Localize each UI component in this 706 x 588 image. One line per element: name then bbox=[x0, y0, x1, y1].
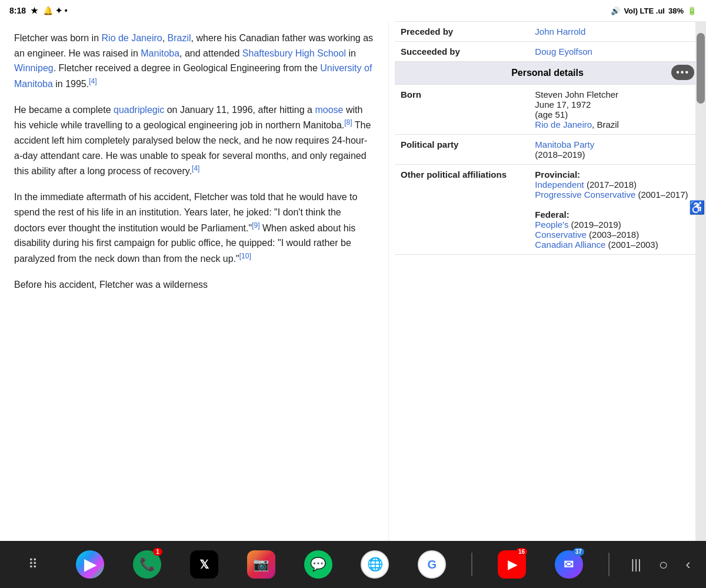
party-value: Manitoba Party (2018–2019) bbox=[529, 135, 700, 165]
party-years: (2018–2019) bbox=[535, 150, 585, 160]
info-panel: Preceded by John Harrold Succeeded by Do… bbox=[388, 21, 706, 541]
party-row: Political party Manitoba Party (2018–201… bbox=[395, 135, 700, 165]
succeeded-value: Doug Eyolfson bbox=[529, 42, 700, 62]
affiliations-value: Provincial: Independent (2017–2018) Prog… bbox=[529, 165, 700, 255]
link-quadriplegic[interactable]: quadriplegic bbox=[114, 105, 164, 115]
affiliations-row: Other political affiliations Provincial:… bbox=[395, 165, 700, 255]
personal-details-header: Personal details bbox=[395, 62, 700, 85]
nav-google[interactable]: G bbox=[414, 550, 449, 579]
status-right: 🔊 Vol) LTE .ul 38% 🔋 bbox=[611, 6, 697, 15]
status-left: 8:18 ★ 🔔 ✦ • bbox=[9, 6, 68, 15]
messenger-badge: 37 bbox=[573, 548, 584, 556]
born-row: Born Steven John Fletcher June 17, 1972 … bbox=[395, 85, 700, 135]
signal-display: Vol) LTE .ul bbox=[624, 6, 665, 15]
nav-divider-2 bbox=[608, 553, 610, 576]
born-label: Born bbox=[395, 85, 529, 135]
battery-display: 38% bbox=[668, 6, 684, 15]
nav-messenger[interactable]: ✉ 37 bbox=[551, 550, 587, 579]
party-label: Political party bbox=[395, 135, 529, 165]
grid-icon: ⠿ bbox=[28, 557, 38, 572]
article-panel: Fletcher was born in Rio de Janeiro, Bra… bbox=[0, 21, 388, 541]
personal-details-title: Personal details bbox=[395, 62, 700, 85]
born-value: Steven John Fletcher June 17, 1972 (age … bbox=[529, 85, 700, 135]
link-manitoba[interactable]: Manitoba bbox=[141, 48, 179, 58]
nav-youtube[interactable]: ▶ 16 bbox=[494, 550, 530, 579]
wifi-icon: 🔊 bbox=[611, 6, 620, 15]
link-brazil[interactable]: Brazil bbox=[168, 33, 191, 43]
preceded-row: Preceded by John Harrold bbox=[395, 22, 700, 42]
nav-bar: ⠿ ▶ 📞 1 𝕏 📷 💬 🌐 G ▶ 16 ✉ 37 ||| bbox=[0, 541, 706, 588]
nav-chrome[interactable]: 🌐 bbox=[357, 550, 392, 579]
born-age: (age 51) bbox=[535, 109, 568, 119]
google-icon: G bbox=[418, 550, 446, 579]
nav-wechat[interactable]: 💬 bbox=[301, 550, 336, 579]
affiliations-label: Other political affiliations bbox=[395, 165, 529, 255]
born-place-rest: , Brazil bbox=[592, 119, 619, 129]
play-icon: ▶ bbox=[76, 550, 104, 579]
link-party[interactable]: Manitoba Party bbox=[535, 139, 594, 150]
nav-apps-grid[interactable]: ⠿ bbox=[15, 557, 51, 572]
recent-apps-button[interactable]: ||| bbox=[631, 557, 641, 572]
link-rio[interactable]: Rio de Janeiro bbox=[102, 33, 162, 43]
scrollbar-thumb[interactable] bbox=[697, 33, 705, 104]
born-name: Steven John Fletcher bbox=[535, 89, 618, 99]
ref-8[interactable]: [8] bbox=[344, 118, 352, 127]
link-conservative[interactable]: Conservative bbox=[535, 230, 587, 240]
preceded-value: John Harrold bbox=[529, 22, 700, 42]
camera-icon: 📷 bbox=[247, 550, 275, 579]
nav-camera[interactable]: 📷 bbox=[244, 550, 279, 579]
born-date: June 17, 1972 bbox=[535, 99, 591, 109]
link-independent[interactable]: Independent bbox=[535, 180, 584, 190]
phone-badge: 1 bbox=[153, 548, 162, 556]
ref-4b[interactable]: [4] bbox=[192, 164, 199, 172]
link-university-of-manitoba[interactable]: University of Manitoba bbox=[14, 63, 372, 89]
main-content: Fletcher was born in Rio de Janeiro, Bra… bbox=[0, 21, 706, 541]
article-paragraph-3: In the immediate aftermath of his accide… bbox=[14, 190, 374, 267]
article-paragraph-4: Before his accident, Fletcher was a wild… bbox=[14, 277, 374, 293]
notification-icons: 🔔 ✦ • bbox=[43, 6, 68, 15]
link-shaftesbury[interactable]: Shaftesbury High School bbox=[242, 48, 346, 58]
provincial-header: Provincial: bbox=[535, 170, 580, 180]
battery-icon: 🔋 bbox=[687, 6, 697, 15]
accessibility-icon[interactable]: ♿ bbox=[689, 200, 705, 215]
time-display: 8:18 bbox=[9, 6, 26, 15]
nav-phone[interactable]: 📞 1 bbox=[129, 550, 165, 579]
succeeded-row: Succeeded by Doug Eyolfson bbox=[395, 42, 700, 62]
scrollbar[interactable] bbox=[695, 21, 706, 541]
infobox-table: Preceded by John Harrold Succeeded by Do… bbox=[395, 21, 700, 255]
link-moose[interactable]: moose bbox=[315, 105, 343, 115]
nav-x-twitter[interactable]: 𝕏 bbox=[187, 550, 222, 579]
succeeded-label: Succeeded by bbox=[395, 42, 529, 62]
three-dots-menu[interactable]: ••• bbox=[671, 65, 694, 80]
ref-10[interactable]: [10] bbox=[239, 252, 251, 260]
link-progressive-conservative[interactable]: Progressive Conservative bbox=[535, 190, 635, 200]
bluetooth-icon: ★ bbox=[31, 6, 38, 15]
link-peoples[interactable]: People's bbox=[535, 220, 568, 230]
federal-header: Federal: bbox=[535, 210, 569, 220]
youtube-badge: 16 bbox=[516, 548, 527, 556]
back-button[interactable]: ‹ bbox=[685, 556, 690, 573]
link-preceded[interactable]: John Harrold bbox=[535, 26, 585, 36]
article-paragraph-2: He became a complete quadriplegic on Jan… bbox=[14, 102, 374, 180]
status-bar: 8:18 ★ 🔔 ✦ • 🔊 Vol) LTE .ul 38% 🔋 bbox=[0, 0, 706, 21]
x-icon: 𝕏 bbox=[190, 550, 218, 579]
nav-divider bbox=[471, 553, 472, 576]
link-canadian-alliance[interactable]: Canadian Alliance bbox=[535, 240, 605, 250]
link-born-place[interactable]: Rio de Janeiro bbox=[535, 119, 592, 129]
preceded-label: Preceded by bbox=[395, 22, 529, 42]
system-nav: ||| ○ ‹ bbox=[631, 556, 691, 574]
link-succeeded[interactable]: Doug Eyolfson bbox=[535, 46, 592, 57]
home-button[interactable]: ○ bbox=[659, 556, 668, 574]
chrome-icon: 🌐 bbox=[361, 550, 389, 579]
wechat-icon: 💬 bbox=[304, 550, 332, 579]
article-paragraph-1: Fletcher was born in Rio de Janeiro, Bra… bbox=[14, 31, 374, 92]
ref-9[interactable]: [9] bbox=[252, 221, 259, 230]
nav-google-play[interactable]: ▶ bbox=[72, 550, 108, 579]
link-winnipeg[interactable]: Winnipeg bbox=[14, 63, 54, 73]
ref-4[interactable]: [4] bbox=[89, 77, 96, 85]
